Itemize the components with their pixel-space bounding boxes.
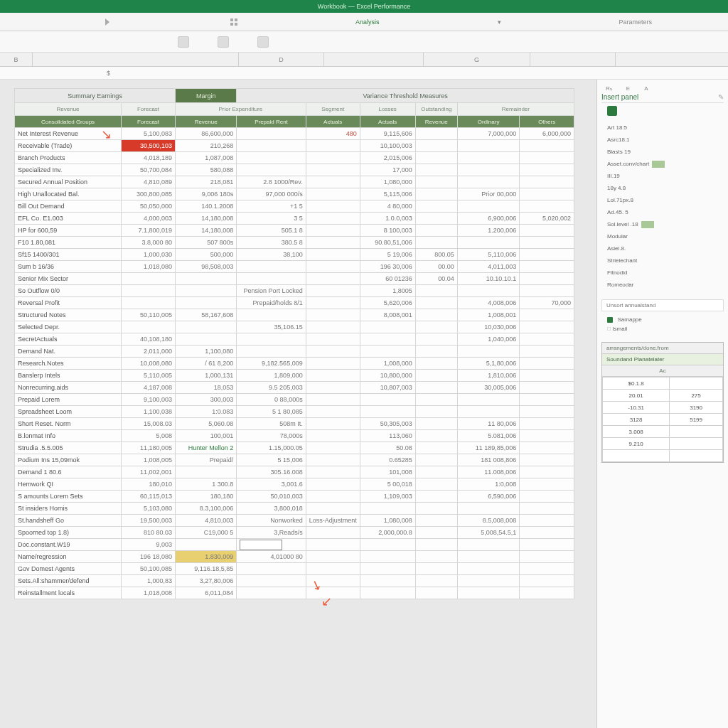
col-header-blank3[interactable] (530, 53, 616, 66)
data-cell[interactable] (415, 176, 457, 188)
data-cell[interactable] (306, 285, 360, 297)
data-cell[interactable]: 100,001 (176, 430, 237, 442)
data-cell[interactable]: 2,011,000 (122, 346, 176, 358)
data-cell[interactable]: 5,115,006 (360, 188, 415, 200)
data-cell[interactable]: 1.200,006 (457, 225, 519, 237)
row-label[interactable]: Specialized Inv. (15, 164, 122, 176)
data-cell[interactable]: +1 5 (237, 200, 306, 213)
data-cell[interactable]: 14,180,008 (176, 213, 237, 225)
data-cell[interactable] (176, 539, 237, 551)
data-cell[interactable] (457, 551, 519, 563)
data-cell[interactable]: 50,010,003 (237, 491, 306, 503)
data-cell[interactable] (306, 176, 360, 188)
data-cell[interactable] (415, 237, 457, 249)
data-cell[interactable]: 50,100,085 (122, 563, 176, 575)
col-header-blank2[interactable] (324, 53, 424, 66)
row-label[interactable]: Branch Products (15, 152, 122, 164)
row-label[interactable]: Sum b 16/36 (15, 261, 122, 273)
data-cell[interactable] (457, 237, 519, 249)
data-cell[interactable]: 14,180,008 (176, 225, 237, 237)
data-cell[interactable]: 1,8005 (360, 285, 415, 297)
data-cell[interactable] (306, 152, 360, 164)
hdr-remainder[interactable]: Remainder (457, 103, 574, 116)
data-cell[interactable] (415, 466, 457, 478)
data-cell[interactable]: 181 008,806 (457, 454, 519, 466)
data-cell[interactable] (520, 478, 574, 491)
data-cell[interactable]: 1,000,131 (176, 370, 237, 382)
row-label[interactable]: St insiders Homis (15, 503, 122, 515)
data-cell[interactable]: 4,187,008 (122, 382, 176, 394)
row-label[interactable]: Structured Notes (15, 309, 122, 321)
data-cell[interactable] (176, 273, 237, 285)
mini-cell[interactable]: 3128 (603, 414, 670, 426)
data-cell[interactable] (520, 333, 574, 346)
data-cell[interactable]: 5,008,54.5,1 (457, 527, 519, 539)
data-cell[interactable] (415, 539, 457, 551)
row-label[interactable]: EFL Co. E1.003 (15, 213, 122, 225)
data-cell[interactable]: 50.08 (360, 442, 415, 454)
data-cell[interactable]: 11 80,006 (457, 418, 519, 430)
toolbar-button-2[interactable] (218, 36, 229, 48)
data-cell[interactable] (306, 200, 360, 213)
data-cell[interactable] (520, 551, 574, 563)
data-cell[interactable]: 10.10.10.1 (457, 273, 519, 285)
data-cell[interactable]: 8.5,008,008 (457, 515, 519, 527)
row-label[interactable]: Strudia .5.5.005 (15, 442, 122, 454)
row-label[interactable]: Banslerp Intels (15, 370, 122, 382)
data-cell[interactable]: 300,003 (176, 394, 237, 406)
data-cell[interactable]: 5.081,006 (457, 430, 519, 442)
row-label[interactable]: So Outflow 0/0 (15, 285, 122, 297)
data-cell[interactable] (415, 128, 457, 140)
data-cell[interactable]: 218,081 (176, 176, 237, 188)
data-cell[interactable] (520, 285, 574, 297)
data-cell[interactable]: 2.8 1000/Rev. (237, 176, 306, 188)
data-cell[interactable]: 1,087,008 (176, 152, 237, 164)
data-cell[interactable] (360, 321, 415, 333)
data-cell[interactable]: 3,Reads/s (237, 527, 306, 539)
data-cell[interactable] (306, 225, 360, 237)
data-cell[interactable] (415, 394, 457, 406)
data-cell[interactable]: Prior 00,000 (457, 188, 519, 200)
data-cell[interactable] (520, 491, 574, 503)
data-cell[interactable] (306, 539, 360, 551)
data-cell[interactable]: 86,600,000 (176, 128, 237, 140)
hdr-prior[interactable]: Prior Expenditure (176, 103, 306, 116)
data-cell[interactable]: 500,000 (176, 249, 237, 261)
row-label[interactable]: Podium Ins 15,09mok (15, 454, 122, 466)
data-cell[interactable] (237, 346, 306, 358)
data-cell[interactable]: 10,030,006 (457, 321, 519, 333)
data-cell[interactable]: 70,000 (520, 297, 574, 309)
data-cell[interactable]: 8.3,100,006 (176, 503, 237, 515)
panel-list-item[interactable]: Lol.71px.8 (601, 194, 724, 206)
data-cell[interactable]: 3,27,80,006 (176, 575, 237, 587)
row-label[interactable]: Secured Annual Position (15, 176, 122, 188)
data-cell[interactable]: 50,050,000 (122, 200, 176, 213)
data-cell[interactable] (237, 164, 306, 176)
row-label[interactable]: Bill Out Demand (15, 200, 122, 213)
data-cell[interactable]: 1,100,038 (122, 406, 176, 418)
data-cell[interactable] (360, 563, 415, 575)
tab-analysis[interactable]: Analysis (350, 16, 385, 28)
data-cell[interactable] (415, 188, 457, 200)
data-cell[interactable] (306, 188, 360, 200)
data-cell[interactable]: 98,508,003 (176, 261, 237, 273)
data-cell[interactable]: 1,018,008 (122, 587, 176, 599)
data-cell[interactable] (176, 466, 237, 478)
data-cell[interactable]: 1,008,005 (122, 454, 176, 466)
data-cell[interactable]: 2,000,000.8 (360, 527, 415, 539)
data-cell[interactable] (415, 382, 457, 394)
data-cell[interactable]: 7.1,800,019 (122, 225, 176, 237)
mini-cell[interactable]: 20.01 (603, 390, 670, 402)
data-cell[interactable] (306, 346, 360, 358)
data-cell[interactable]: 5 19,006 (360, 249, 415, 261)
data-cell[interactable]: 4,011,003 (457, 261, 519, 273)
col-header-blank1[interactable] (33, 53, 239, 66)
data-cell[interactable]: 1,008,000 (360, 358, 415, 370)
data-cell[interactable] (415, 478, 457, 491)
data-cell[interactable]: 180,180 (176, 491, 237, 503)
data-cell[interactable]: 196 30,006 (360, 261, 415, 273)
row-label[interactable]: Sf15 1400/301 (15, 249, 122, 261)
data-cell[interactable] (520, 273, 574, 285)
data-cell[interactable] (360, 503, 415, 515)
data-cell[interactable] (457, 176, 519, 188)
